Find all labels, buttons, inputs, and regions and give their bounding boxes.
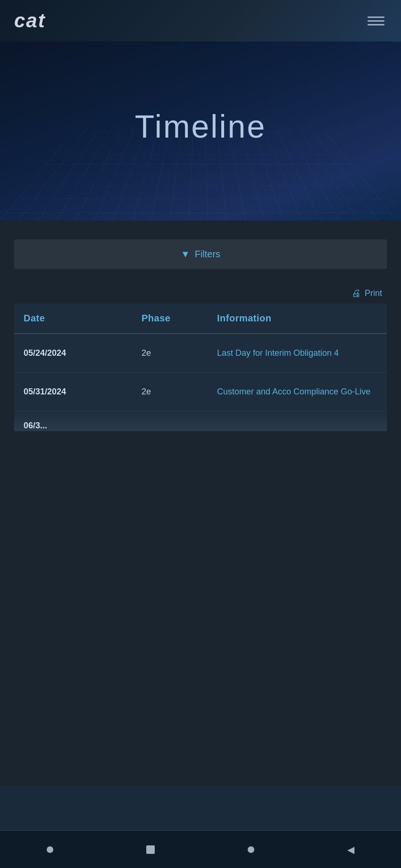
table-row: 06/3... [14,411,387,431]
table-row: 05/31/2024 2e Customer and Acco Complian… [14,373,387,411]
timeline-table: Date Phase Information 05/24/2024 2e Las… [14,303,387,431]
nav-item-home[interactable] [37,842,63,858]
home-icon [47,846,53,853]
hamburger-line-3 [368,24,384,25]
cell-date-1: 05/24/2024 [14,334,132,373]
nav-item-circle[interactable] [238,842,264,858]
cell-phase-2: 2e [132,373,208,411]
filters-bar[interactable]: ▼ Filters [14,239,387,269]
circle-icon [248,846,254,853]
printer-icon: 🖨 [351,288,361,299]
cell-date-3: 06/3... [14,411,132,431]
cell-date-2: 05/31/2024 [14,373,132,411]
hamburger-line-1 [368,16,384,18]
content-area: ▼ Filters 🖨 Print Date Phase Information [0,221,401,786]
table-header-row: Date Phase Information [14,303,387,334]
filter-icon: ▼ [181,249,190,260]
back-icon: ◀ [347,844,354,855]
print-bar: 🖨 Print [14,288,387,299]
print-label: Print [365,288,382,298]
column-header-phase: Phase [132,303,208,334]
cell-information-2: Customer and Acco Compliance Go-Live [208,373,387,411]
logo: cat [14,9,46,32]
hero-section: Timeline [0,41,401,221]
cell-phase-3 [132,411,208,431]
filters-label: Filters [195,249,220,260]
column-header-information: Information [208,303,387,334]
table-row: 05/24/2024 2e Last Day for Interim Oblig… [14,334,387,373]
nav-item-apps[interactable] [137,841,164,859]
filters-section: ▼ Filters [0,221,401,278]
apps-icon [146,845,155,854]
cell-information-3 [208,411,387,431]
column-header-date: Date [14,303,132,334]
print-button[interactable]: 🖨 Print [351,288,382,299]
navigation-bar: ◀ [0,830,401,868]
table-section: 🖨 Print Date Phase Information 05/24/202… [0,278,401,441]
hamburger-line-2 [368,20,384,22]
hamburger-menu-button[interactable] [365,14,387,28]
cell-information-1: Last Day for Interim Obligation 4 [208,334,387,373]
nav-item-back[interactable]: ◀ [338,839,364,860]
page-title: Timeline [135,108,266,145]
header: cat [0,0,401,41]
cell-phase-1: 2e [132,334,208,373]
